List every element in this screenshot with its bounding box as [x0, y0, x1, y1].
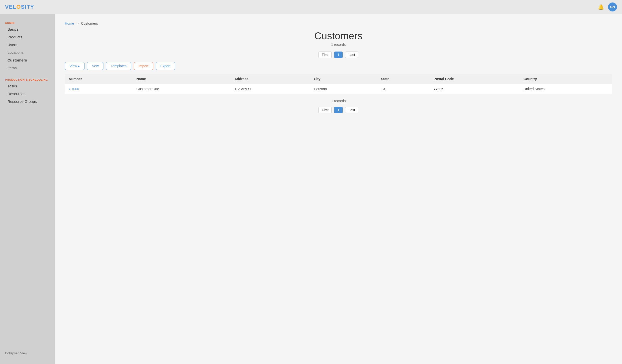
- logo: VELOSITY: [5, 4, 34, 10]
- topnav-right: 🔔 GN: [598, 2, 617, 11]
- page-number-btn-bottom[interactable]: 1: [334, 107, 343, 113]
- cell-name: Customer One: [132, 84, 230, 94]
- cell-city: Houston: [310, 84, 377, 94]
- sidebar-item-items[interactable]: Items: [0, 64, 55, 72]
- last-page-btn-top[interactable]: Last: [345, 52, 358, 58]
- page-title: Customers: [65, 30, 612, 42]
- page-number-btn-top[interactable]: 1: [334, 52, 343, 58]
- main-content: Home > Customers Customers 1 records Fir…: [55, 14, 622, 364]
- view-button[interactable]: View ▸: [65, 62, 84, 70]
- breadcrumb: Home > Customers: [65, 21, 612, 25]
- col-state: State: [377, 74, 430, 84]
- pagination-top: First 1 Last: [65, 52, 612, 58]
- sidebar-item-resources[interactable]: Resources: [0, 90, 55, 98]
- sidebar-item-customers[interactable]: Customers: [0, 56, 55, 64]
- import-button[interactable]: Import: [134, 62, 153, 70]
- sidebar-content: ADMIN Basics Products Users Locations Cu…: [0, 19, 55, 105]
- sidebar-item-basics[interactable]: Basics: [0, 25, 55, 33]
- production-section-label: PRODUCTION & SCHEDULING: [0, 76, 55, 82]
- table-row: C1000 Customer One 123 Any St Houston TX…: [65, 84, 612, 94]
- avatar[interactable]: GN: [608, 2, 617, 11]
- sidebar-item-tasks[interactable]: Tasks: [0, 82, 55, 90]
- last-page-btn-bottom[interactable]: Last: [345, 107, 358, 113]
- toolbar: View ▸ New Templates Import Export: [65, 62, 612, 70]
- sidebar-item-products[interactable]: Products: [0, 33, 55, 41]
- cell-postal-code: 77005: [430, 84, 520, 94]
- page-title-area: Customers 1 records: [65, 30, 612, 47]
- new-button[interactable]: New: [87, 62, 103, 70]
- breadcrumb-current: Customers: [81, 21, 98, 25]
- cell-state: TX: [377, 84, 430, 94]
- records-count-bottom-area: 1 records: [65, 98, 612, 103]
- pagination-bottom: First 1 Last: [65, 107, 612, 113]
- table-header-row: Number Name Address City State Postal Co…: [65, 74, 612, 84]
- records-count-bottom: 1 records: [331, 99, 346, 103]
- export-button[interactable]: Export: [156, 62, 175, 70]
- sidebar-item-resource-groups[interactable]: Resource Groups: [0, 98, 55, 105]
- cell-country: United States: [520, 84, 612, 94]
- col-name: Name: [132, 74, 230, 84]
- first-page-btn-top[interactable]: First: [318, 52, 332, 58]
- records-count-top: 1 records: [65, 43, 612, 47]
- templates-button[interactable]: Templates: [106, 62, 131, 70]
- admin-section-label: ADMIN: [0, 19, 55, 25]
- breadcrumb-home[interactable]: Home: [65, 21, 74, 25]
- breadcrumb-separator: >: [77, 21, 78, 25]
- cell-number[interactable]: C1000: [65, 84, 132, 94]
- topnav: VELOSITY 🔔 GN: [0, 0, 622, 14]
- sidebar-item-users[interactable]: Users: [0, 41, 55, 49]
- col-city: City: [310, 74, 377, 84]
- col-address: Address: [231, 74, 310, 84]
- first-page-btn-bottom[interactable]: First: [318, 107, 332, 113]
- customer-link[interactable]: C1000: [69, 87, 79, 91]
- layout: ADMIN Basics Products Users Locations Cu…: [0, 14, 622, 364]
- customers-table: Number Name Address City State Postal Co…: [65, 74, 612, 94]
- col-country: Country: [520, 74, 612, 84]
- cell-address: 123 Any St: [231, 84, 310, 94]
- collapsed-view-link[interactable]: Collapsed View: [0, 347, 55, 359]
- bell-icon[interactable]: 🔔: [598, 4, 604, 10]
- col-postal-code: Postal Code: [430, 74, 520, 84]
- col-number: Number: [65, 74, 132, 84]
- sidebar-item-locations[interactable]: Locations: [0, 49, 55, 56]
- sidebar: ADMIN Basics Products Users Locations Cu…: [0, 14, 55, 364]
